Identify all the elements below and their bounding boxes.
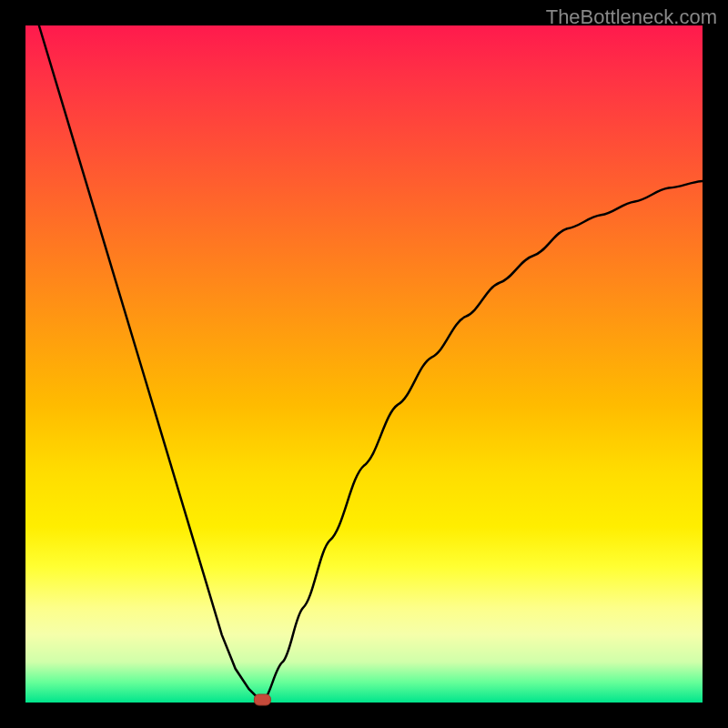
watermark-text: TheBottleneck.com: [546, 5, 717, 29]
chart-plot-area: [25, 25, 703, 703]
chart-svg: [25, 25, 703, 703]
curve-right-branch: [262, 181, 703, 703]
minimum-marker: [254, 694, 270, 705]
curve-left-branch: [39, 25, 263, 703]
